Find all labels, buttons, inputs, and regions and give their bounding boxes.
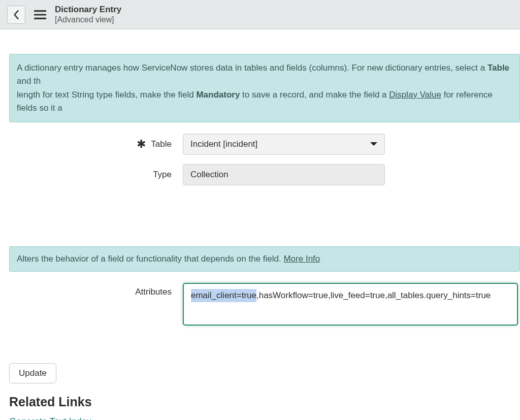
banner-text-mid: to save a record, and make the field a xyxy=(240,90,389,100)
header-bar: Dictionary Entry [Advanced view] xyxy=(0,0,520,29)
info-banner-attributes: Alters the behavior of a field or functi… xyxy=(9,246,520,272)
attributes-textarea[interactable] xyxy=(183,283,518,326)
form-row-type: Type Collection xyxy=(0,164,520,185)
related-links-heading: Related Links xyxy=(9,395,520,409)
back-button[interactable] xyxy=(7,6,25,24)
mandatory-icon: ✱ xyxy=(137,139,146,150)
related-links-list: Generate Text Index Show Table Default v… xyxy=(9,416,520,420)
chevron-left-icon xyxy=(13,10,20,19)
more-info-link[interactable]: More Info xyxy=(283,254,320,264)
link-generate-text-index[interactable]: Generate Text Index xyxy=(9,416,91,420)
type-value: Collection xyxy=(190,170,229,180)
svg-rect-1 xyxy=(34,14,46,15)
table-select[interactable]: Incident [incident] xyxy=(183,134,385,155)
table-select-value: Incident [incident] xyxy=(190,139,257,149)
page-subtitle: [Advanced view] xyxy=(55,15,121,24)
form-row-attributes: Attributes xyxy=(0,283,520,328)
banner-text-2a: length for text String type fields, make… xyxy=(17,90,196,100)
hamburger-icon xyxy=(34,10,46,20)
banner-text-after-table: and th xyxy=(17,76,41,86)
page-title: Dictionary Entry xyxy=(55,5,121,15)
banner-mandatory-word: Mandatory xyxy=(196,90,240,100)
header-titles: Dictionary Entry [Advanced view] xyxy=(55,5,121,25)
svg-rect-2 xyxy=(34,17,46,19)
display-value-link[interactable]: Display Value xyxy=(389,90,441,100)
form-row-table: ✱ Table Incident [incident] xyxy=(0,134,520,155)
type-label: Type xyxy=(153,170,172,180)
update-button[interactable]: Update xyxy=(9,363,56,383)
banner-text: A dictionary entry manages how ServiceNo… xyxy=(17,63,488,73)
table-label: Table xyxy=(151,139,172,149)
attr-banner-text: Alters the behavior of a field or functi… xyxy=(17,254,283,264)
type-field: Collection xyxy=(183,164,385,185)
svg-rect-0 xyxy=(34,10,46,12)
menu-button[interactable] xyxy=(32,7,48,22)
info-banner-dictionary: A dictionary entry manages how ServiceNo… xyxy=(9,54,520,122)
banner-table-word: Table xyxy=(488,63,509,73)
attributes-label: Attributes xyxy=(135,287,172,297)
